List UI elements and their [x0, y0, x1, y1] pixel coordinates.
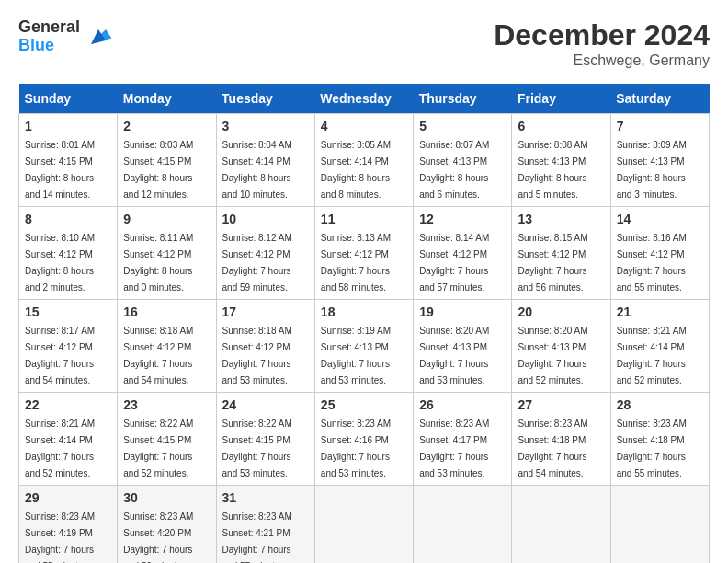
calendar-body: 1 Sunrise: 8:01 AMSunset: 4:15 PMDayligh…: [19, 114, 710, 564]
calendar-day-cell: 21 Sunrise: 8:21 AMSunset: 4:14 PMDaylig…: [610, 300, 709, 393]
day-info: Sunrise: 8:12 AMSunset: 4:12 PMDaylight:…: [222, 233, 292, 293]
day-number: 6: [518, 119, 604, 133]
calendar-day-cell: 30 Sunrise: 8:23 AMSunset: 4:20 PMDaylig…: [118, 486, 216, 564]
day-number: 22: [25, 397, 111, 412]
calendar-day-cell: 25 Sunrise: 8:23 AMSunset: 4:16 PMDaylig…: [314, 393, 413, 486]
calendar-day-cell: 15 Sunrise: 8:17 AMSunset: 4:12 PMDaylig…: [19, 300, 118, 393]
day-number: 18: [321, 304, 407, 319]
day-number: 12: [419, 212, 506, 226]
calendar-day-cell: [512, 486, 610, 564]
day-info: Sunrise: 8:23 AMSunset: 4:19 PMDaylight:…: [25, 511, 95, 563]
calendar-header: Sunday Monday Tuesday Wednesday Thursday…: [19, 84, 710, 114]
day-info: Sunrise: 8:10 AMSunset: 4:12 PMDaylight:…: [25, 233, 95, 293]
calendar-day-cell: 3 Sunrise: 8:04 AMSunset: 4:14 PMDayligh…: [216, 114, 314, 207]
day-info: Sunrise: 8:13 AMSunset: 4:12 PMDaylight:…: [321, 233, 391, 293]
day-number: 10: [222, 212, 309, 226]
day-info: Sunrise: 8:07 AMSunset: 4:13 PMDaylight:…: [419, 140, 489, 200]
calendar-day-cell: 16 Sunrise: 8:18 AMSunset: 4:12 PMDaylig…: [118, 300, 216, 393]
day-info: Sunrise: 8:22 AMSunset: 4:15 PMDaylight:…: [222, 419, 292, 478]
day-number: 4: [321, 119, 407, 133]
header-tuesday: Tuesday: [216, 84, 314, 114]
day-number: 13: [518, 212, 604, 226]
weekday-header-row: Sunday Monday Tuesday Wednesday Thursday…: [19, 84, 710, 114]
calendar-table: Sunday Monday Tuesday Wednesday Thursday…: [18, 84, 710, 563]
header-wednesday: Wednesday: [314, 84, 413, 114]
logo: General Blue: [18, 18, 113, 55]
calendar-day-cell: 17 Sunrise: 8:18 AMSunset: 4:12 PMDaylig…: [216, 300, 314, 393]
location-subtitle: Eschwege, Germany: [494, 52, 710, 69]
logo-blue-text: Blue: [18, 37, 80, 55]
calendar-day-cell: 12 Sunrise: 8:14 AMSunset: 4:12 PMDaylig…: [414, 207, 512, 300]
calendar-day-cell: 22 Sunrise: 8:21 AMSunset: 4:14 PMDaylig…: [19, 393, 118, 486]
month-year-title: December 2024: [494, 18, 710, 52]
calendar-day-cell: [414, 486, 512, 564]
day-info: Sunrise: 8:18 AMSunset: 4:12 PMDaylight:…: [222, 326, 292, 385]
day-info: Sunrise: 8:21 AMSunset: 4:14 PMDaylight:…: [617, 326, 687, 385]
header-thursday: Thursday: [414, 84, 512, 114]
calendar-week-row: 15 Sunrise: 8:17 AMSunset: 4:12 PMDaylig…: [19, 300, 710, 393]
day-info: Sunrise: 8:23 AMSunset: 4:21 PMDaylight:…: [222, 511, 292, 563]
day-number: 25: [321, 397, 407, 412]
day-number: 15: [25, 304, 111, 319]
calendar-day-cell: 14 Sunrise: 8:16 AMSunset: 4:12 PMDaylig…: [610, 207, 709, 300]
day-number: 23: [123, 397, 210, 412]
day-info: Sunrise: 8:01 AMSunset: 4:15 PMDaylight:…: [25, 140, 95, 200]
day-info: Sunrise: 8:03 AMSunset: 4:15 PMDaylight:…: [123, 140, 193, 200]
day-number: 26: [419, 397, 506, 412]
calendar-day-cell: 13 Sunrise: 8:15 AMSunset: 4:12 PMDaylig…: [512, 207, 610, 300]
header-saturday: Saturday: [610, 84, 709, 114]
day-info: Sunrise: 8:23 AMSunset: 4:18 PMDaylight:…: [617, 419, 687, 478]
day-number: 30: [123, 490, 210, 505]
day-number: 28: [617, 397, 703, 412]
day-number: 14: [617, 212, 703, 226]
calendar-day-cell: 18 Sunrise: 8:19 AMSunset: 4:13 PMDaylig…: [314, 300, 413, 393]
header-friday: Friday: [512, 84, 610, 114]
calendar-week-row: 8 Sunrise: 8:10 AMSunset: 4:12 PMDayligh…: [19, 207, 710, 300]
calendar-day-cell: [610, 486, 709, 564]
day-number: 24: [222, 397, 309, 412]
day-info: Sunrise: 8:23 AMSunset: 4:18 PMDaylight:…: [518, 419, 587, 478]
day-number: 11: [321, 212, 407, 226]
day-info: Sunrise: 8:04 AMSunset: 4:14 PMDaylight:…: [222, 140, 292, 200]
day-info: Sunrise: 8:18 AMSunset: 4:12 PMDaylight:…: [123, 326, 193, 385]
calendar-day-cell: 24 Sunrise: 8:22 AMSunset: 4:15 PMDaylig…: [216, 393, 314, 486]
day-info: Sunrise: 8:23 AMSunset: 4:17 PMDaylight:…: [419, 419, 489, 478]
logo-general-text: General: [18, 18, 80, 37]
day-info: Sunrise: 8:14 AMSunset: 4:12 PMDaylight:…: [419, 233, 489, 293]
day-number: 9: [123, 212, 210, 226]
day-number: 20: [518, 304, 604, 319]
title-section: December 2024 Eschwege, Germany: [494, 18, 710, 69]
day-info: Sunrise: 8:21 AMSunset: 4:14 PMDaylight:…: [25, 419, 95, 478]
day-number: 27: [518, 397, 604, 412]
day-info: Sunrise: 8:20 AMSunset: 4:13 PMDaylight:…: [518, 326, 587, 385]
day-info: Sunrise: 8:05 AMSunset: 4:14 PMDaylight:…: [321, 140, 391, 200]
day-info: Sunrise: 8:20 AMSunset: 4:13 PMDaylight:…: [419, 326, 489, 385]
day-info: Sunrise: 8:23 AMSunset: 4:20 PMDaylight:…: [123, 511, 193, 563]
day-number: 21: [617, 304, 703, 319]
calendar-day-cell: [314, 486, 413, 564]
calendar-day-cell: 5 Sunrise: 8:07 AMSunset: 4:13 PMDayligh…: [414, 114, 512, 207]
calendar-day-cell: 1 Sunrise: 8:01 AMSunset: 4:15 PMDayligh…: [19, 114, 118, 207]
day-info: Sunrise: 8:08 AMSunset: 4:13 PMDaylight:…: [518, 140, 587, 200]
calendar-week-row: 22 Sunrise: 8:21 AMSunset: 4:14 PMDaylig…: [19, 393, 710, 486]
day-info: Sunrise: 8:22 AMSunset: 4:15 PMDaylight:…: [123, 419, 193, 478]
day-info: Sunrise: 8:19 AMSunset: 4:13 PMDaylight:…: [321, 326, 391, 385]
calendar-day-cell: 4 Sunrise: 8:05 AMSunset: 4:14 PMDayligh…: [314, 114, 413, 207]
calendar-day-cell: 6 Sunrise: 8:08 AMSunset: 4:13 PMDayligh…: [512, 114, 610, 207]
day-number: 5: [419, 119, 506, 133]
day-number: 8: [25, 212, 111, 226]
page-header: General Blue December 2024 Eschwege, Ger…: [18, 18, 710, 69]
calendar-day-cell: 7 Sunrise: 8:09 AMSunset: 4:13 PMDayligh…: [610, 114, 709, 207]
calendar-day-cell: 27 Sunrise: 8:23 AMSunset: 4:18 PMDaylig…: [512, 393, 610, 486]
day-number: 3: [222, 119, 309, 133]
day-number: 29: [25, 490, 111, 505]
day-info: Sunrise: 8:15 AMSunset: 4:12 PMDaylight:…: [518, 233, 587, 293]
day-number: 17: [222, 304, 309, 319]
calendar-week-row: 1 Sunrise: 8:01 AMSunset: 4:15 PMDayligh…: [19, 114, 710, 207]
day-number: 19: [419, 304, 506, 319]
day-number: 7: [617, 119, 703, 133]
calendar-day-cell: 20 Sunrise: 8:20 AMSunset: 4:13 PMDaylig…: [512, 300, 610, 393]
day-number: 31: [222, 490, 309, 505]
day-number: 2: [123, 119, 210, 133]
calendar-day-cell: 11 Sunrise: 8:13 AMSunset: 4:12 PMDaylig…: [314, 207, 413, 300]
